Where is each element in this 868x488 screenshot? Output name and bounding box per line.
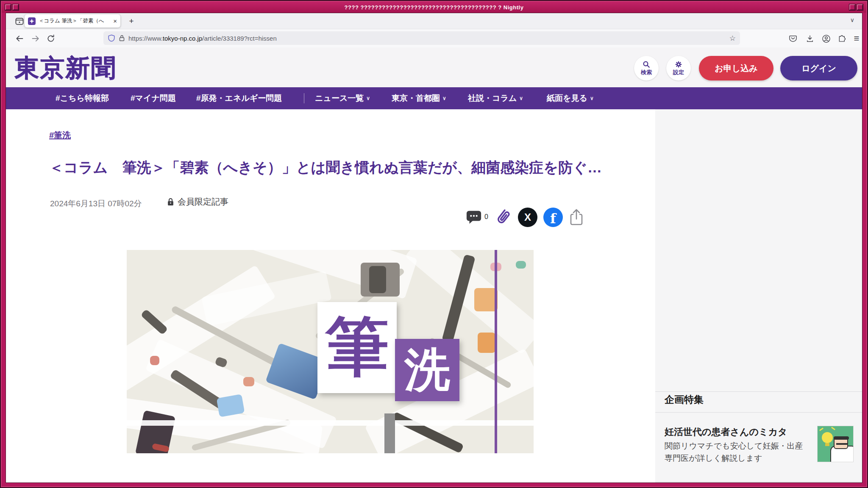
tab-list-chevron-icon[interactable]: ∨ bbox=[850, 17, 854, 23]
member-label: 会員限定記事 bbox=[178, 196, 228, 208]
nav-item-myna[interactable]: #マイナ問題 bbox=[131, 87, 176, 109]
window-frame: ???? ???????????????????????????????????… bbox=[0, 0, 868, 488]
search-icon bbox=[643, 61, 650, 68]
paperclip-icon bbox=[494, 208, 512, 227]
firefox-view-icon[interactable] bbox=[14, 16, 25, 26]
article-tag-link[interactable]: #筆洗 bbox=[49, 130, 71, 141]
url-text[interactable]: https://www.tokyo-np.co.jp/article/33318… bbox=[128, 35, 726, 42]
window-shade-button[interactable] bbox=[13, 4, 19, 10]
window-titlebar[interactable]: ???? ???????????????????????????????????… bbox=[2, 2, 866, 13]
sidebar-section-title: 企画特集 bbox=[665, 393, 704, 406]
window-maximize-button[interactable] bbox=[849, 4, 855, 10]
url-path: /article/333189?rct=hissen bbox=[202, 35, 277, 42]
browser-tab[interactable]: ＜コラム 筆洗＞「碧素（へ × bbox=[25, 14, 120, 28]
x-share-button[interactable]: X bbox=[518, 208, 537, 227]
chevron-down-icon: ∨ bbox=[442, 95, 446, 101]
pocket-icon[interactable] bbox=[787, 33, 799, 44]
login-label: ログイン bbox=[801, 63, 836, 74]
nav-item-news-list[interactable]: ニュース一覧∨ bbox=[315, 87, 370, 109]
chevron-down-icon: ∨ bbox=[519, 95, 523, 101]
comment-count: 0 bbox=[484, 213, 488, 221]
search-label: 検索 bbox=[641, 69, 652, 76]
tab-close-icon[interactable]: × bbox=[113, 17, 117, 25]
site-header: 東京新聞 検索 設定 お申し込み ログイン bbox=[6, 47, 862, 87]
settings-button[interactable]: 設定 bbox=[666, 56, 691, 80]
hero-white-band bbox=[127, 420, 534, 426]
article-hero-image: 筆 洗 bbox=[127, 250, 534, 453]
download-icon[interactable] bbox=[804, 33, 816, 44]
comments-button[interactable]: 0 bbox=[466, 210, 488, 225]
reload-icon[interactable] bbox=[45, 33, 57, 44]
x-logo-icon: X bbox=[524, 211, 531, 223]
share-row: 0 X f bbox=[466, 208, 584, 227]
nav-item-tokuhobu[interactable]: #こちら特報部 bbox=[56, 87, 109, 109]
forward-icon[interactable] bbox=[30, 33, 42, 44]
browser-window: ＜コラム 筆洗＞「碧素（へ × + ∨ bbox=[6, 13, 862, 483]
url-bar[interactable]: https://www.tokyo-np.co.jp/article/33318… bbox=[103, 31, 740, 45]
article-title: ＜コラム 筆洗＞「碧素（へきそ）」とは聞き慣れぬ言葉だが、細菌感染症を防ぐ… bbox=[49, 158, 619, 177]
nav-item-editorial-column[interactable]: 社説・コラム∨ bbox=[468, 87, 523, 109]
member-only-badge: 会員限定記事 bbox=[167, 196, 228, 208]
search-button[interactable]: 検索 bbox=[634, 56, 659, 80]
url-prefix: https://www. bbox=[128, 35, 163, 42]
sidebar: 企画特集 妊活世代の患者さんのミカタ 関節リウマチでも安心して妊娠・出産 専門医… bbox=[655, 109, 862, 482]
window-title: ???? ???????????????????????????????????… bbox=[345, 4, 524, 11]
hero-purple-line bbox=[495, 250, 497, 453]
login-button[interactable]: ログイン bbox=[780, 56, 857, 80]
new-tab-button[interactable]: + bbox=[126, 16, 137, 27]
comment-bubble-icon bbox=[466, 210, 482, 225]
navigation-toolbar: https://www.tokyo-np.co.jp/article/33318… bbox=[6, 29, 862, 48]
gear-icon bbox=[675, 61, 682, 68]
bookmark-star-icon[interactable]: ☆ bbox=[729, 34, 736, 43]
lock-icon[interactable] bbox=[119, 34, 125, 42]
chevron-down-icon: ∨ bbox=[366, 95, 370, 101]
signup-label: お申し込み bbox=[715, 63, 757, 74]
signup-button[interactable]: お申し込み bbox=[699, 56, 773, 80]
back-icon[interactable] bbox=[14, 33, 25, 44]
hero-gray-bar bbox=[384, 413, 395, 453]
nav-item-paper-view[interactable]: 紙面を見る∨ bbox=[547, 87, 594, 109]
facebook-share-button[interactable]: f bbox=[543, 208, 563, 227]
hero-kanji-box-fude: 筆 bbox=[317, 302, 397, 393]
tab-title: ＜コラム 筆洗＞「碧素（へ bbox=[39, 17, 111, 25]
article-date: 2024年6月13日 07時02分 bbox=[50, 198, 142, 209]
account-icon[interactable] bbox=[820, 33, 832, 44]
sidebar-thumb-doctor bbox=[817, 426, 854, 462]
tab-bar: ＜コラム 筆洗＞「碧素（へ × + ∨ bbox=[6, 13, 862, 29]
site-favicon-icon bbox=[28, 17, 36, 25]
url-domain: tokyo-np.co.jp bbox=[163, 35, 202, 42]
chevron-down-icon: ∨ bbox=[590, 95, 594, 101]
shield-icon[interactable] bbox=[108, 34, 115, 42]
site-logo[interactable]: 東京新聞 bbox=[14, 52, 116, 85]
nav-item-genpatsu[interactable]: #原発・エネルギー問題 bbox=[196, 87, 282, 109]
share-button[interactable] bbox=[569, 208, 584, 227]
copy-link-button[interactable] bbox=[494, 208, 512, 227]
settings-label: 設定 bbox=[673, 69, 684, 76]
menu-hamburger-icon[interactable]: ≡ bbox=[851, 33, 862, 44]
nav-item-tokyo-metro[interactable]: 東京・首都圏∨ bbox=[392, 87, 446, 109]
nav-divider bbox=[304, 93, 304, 103]
site-nav: #こちら特報部 #マイナ問題 #原発・エネルギー問題 ニュース一覧∨ 東京・首都… bbox=[6, 87, 862, 109]
window-menu-button[interactable] bbox=[5, 4, 11, 10]
window-close-button[interactable] bbox=[857, 4, 863, 10]
share-export-icon bbox=[569, 208, 584, 227]
hero-kanji-box-sen: 洗 bbox=[395, 339, 459, 401]
page-content: #筆洗 ＜コラム 筆洗＞「碧素（へきそ）」とは聞き慣れぬ言葉だが、細菌感染症を防… bbox=[6, 109, 862, 482]
member-lock-icon bbox=[167, 197, 174, 206]
extensions-puzzle-icon[interactable] bbox=[836, 33, 848, 44]
ad-placeholder bbox=[655, 109, 862, 391]
facebook-logo-icon: f bbox=[550, 211, 556, 227]
